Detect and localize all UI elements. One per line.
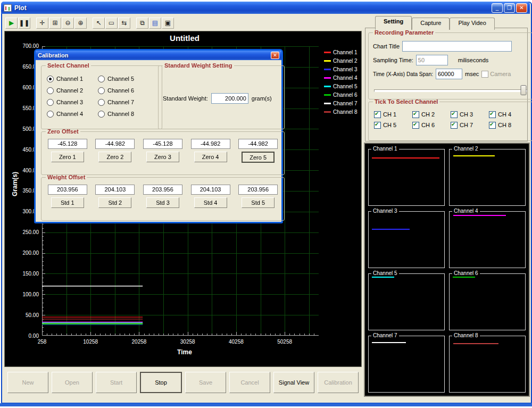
channel-checkbox[interactable]: CH 5 xyxy=(374,122,412,129)
pan-button[interactable]: ✛ xyxy=(36,18,48,29)
play-button[interactable]: ▶ xyxy=(5,18,18,29)
dialog-close-button[interactable]: ✕ xyxy=(271,52,279,59)
channel-radio[interactable]: Channel 1 xyxy=(47,76,98,82)
channel-radio[interactable]: Channel 7 xyxy=(98,99,149,106)
channel-preview[interactable]: Channel 6 xyxy=(449,273,526,330)
weight-offset-legend: Weight Offset xyxy=(46,174,87,180)
tab-play-video[interactable]: Play Video xyxy=(450,18,494,30)
minimize-button[interactable]: _ xyxy=(492,3,503,13)
channel-preview[interactable]: Channel 8 xyxy=(449,336,526,393)
zoom-in-button[interactable]: ⊕ xyxy=(74,18,87,29)
zero-offset-column: -44.982 Zero 4 xyxy=(190,139,231,163)
save-file-button[interactable]: Save xyxy=(185,372,226,393)
channel-preview[interactable]: Channel 4 xyxy=(449,211,526,268)
std-button[interactable]: Std 3 xyxy=(146,197,179,208)
new-button[interactable]: New xyxy=(7,372,48,393)
zero-button[interactable]: Zero 4 xyxy=(194,152,227,162)
standard-weight-unit: gram(s) xyxy=(252,95,272,102)
window-titlebar[interactable]: Plot _❐✕ xyxy=(1,2,530,14)
channel-radio[interactable]: Channel 4 xyxy=(47,111,98,118)
close-button[interactable]: ✕ xyxy=(516,3,527,13)
checkbox-icon xyxy=(374,122,381,129)
channel-checkbox-label: CH 3 xyxy=(460,111,473,118)
time-span-slider[interactable] xyxy=(373,85,528,95)
fit-width-button[interactable]: ⇆ xyxy=(118,18,130,29)
zero-offset-value[interactable]: -44.982 xyxy=(95,139,135,149)
cancel-button[interactable]: Cancel xyxy=(229,372,270,393)
channel-radio-label: Channel 8 xyxy=(107,111,134,117)
weight-offset-value[interactable]: 203.956 xyxy=(48,185,87,195)
select-rect-button[interactable]: ▭ xyxy=(105,18,118,29)
chart-title-input[interactable] xyxy=(402,41,512,52)
weight-offset-value[interactable]: 204.103 xyxy=(191,185,230,195)
zero-button[interactable]: Zero 5 xyxy=(242,152,275,163)
channel-checkbox[interactable]: CH 8 xyxy=(489,122,527,129)
channel-radio[interactable]: Channel 8 xyxy=(98,111,149,118)
standard-weight-input[interactable] xyxy=(211,93,248,104)
std-button[interactable]: Std 2 xyxy=(98,197,131,208)
zero-offset-value[interactable]: -45.128 xyxy=(48,139,87,149)
zero-button[interactable]: Zero 3 xyxy=(146,152,179,162)
channel-preview[interactable]: Channel 7 xyxy=(368,336,445,393)
channel-checkbox[interactable]: CH 6 xyxy=(412,122,451,129)
tool-icon: ▶ xyxy=(9,19,14,27)
save-button[interactable]: ▤ xyxy=(149,18,161,29)
print-button[interactable]: ▣ xyxy=(162,18,174,29)
camera-checkbox-icon xyxy=(481,71,488,78)
channel-preview[interactable]: Channel 2 xyxy=(449,149,526,206)
legend-label: Channel 8 xyxy=(333,109,358,115)
channel-trace xyxy=(453,343,498,344)
zoom-out-button[interactable]: ⊖ xyxy=(62,18,74,29)
legend-color-swatch xyxy=(324,111,331,113)
zero-offset-value[interactable]: -45.128 xyxy=(143,139,182,149)
channel-checkbox[interactable]: CH 4 xyxy=(489,111,527,118)
stop-button[interactable]: Stop xyxy=(140,372,182,393)
weight-offset-value[interactable]: 203.956 xyxy=(238,185,278,195)
channel-radio-label: Channel 6 xyxy=(107,87,134,94)
zoom-window-button[interactable]: ⊞ xyxy=(49,18,61,29)
start-button[interactable]: Start xyxy=(96,372,137,393)
tab-setting[interactable]: Setting xyxy=(375,16,412,30)
channel-preview[interactable]: Channel 1 xyxy=(368,149,445,206)
open-button[interactable]: Open xyxy=(52,372,93,393)
copy-button[interactable]: ⧉ xyxy=(136,18,148,29)
channel-checkbox[interactable]: CH 2 xyxy=(412,111,451,118)
pause-button[interactable]: ❚❚ xyxy=(18,18,30,29)
channel-preview[interactable]: Channel 5 xyxy=(368,273,445,330)
weight-offset-value[interactable]: 203.956 xyxy=(143,185,182,195)
channel-radio[interactable]: Channel 3 xyxy=(47,99,98,106)
checkbox-icon xyxy=(412,111,419,118)
channel-checkbox[interactable]: CH 1 xyxy=(374,111,412,118)
data-span-input[interactable] xyxy=(436,69,462,79)
weight-offset-value[interactable]: 204.103 xyxy=(95,185,135,195)
weight-offset-column: 203.956 Std 5 xyxy=(237,185,279,208)
calibration-dialog-titlebar[interactable]: Calibration ✕ xyxy=(36,51,281,60)
radio-icon xyxy=(98,111,105,118)
recording-parameter-legend: Recording Parameter xyxy=(373,29,435,36)
channel-preview[interactable]: Channel 3 xyxy=(368,211,445,268)
zero-offset-value[interactable]: -44.982 xyxy=(191,139,230,149)
channel-radio[interactable]: Channel 6 xyxy=(98,87,149,94)
legend-label: Channel 3 xyxy=(333,66,358,72)
weight-offset-column: 203.956 Std 1 xyxy=(47,185,88,208)
tab-capture[interactable]: Capture xyxy=(412,18,450,30)
zero-button[interactable]: Zero 2 xyxy=(98,152,131,162)
recording-parameter-group: Recording Parameter Chart Title Sampling… xyxy=(368,29,532,99)
channel-radio[interactable]: Channel 2 xyxy=(47,87,98,94)
zero-button[interactable]: Zero 1 xyxy=(51,152,84,162)
signal-view-button[interactable]: Signal View xyxy=(273,372,314,393)
y-tick-label: 250.00 xyxy=(14,229,39,235)
cursor-button[interactable]: ↖ xyxy=(93,18,105,29)
std-button[interactable]: Std 4 xyxy=(194,197,227,208)
chart-title-label: Chart Title xyxy=(373,43,400,49)
std-button[interactable]: Std 1 xyxy=(51,197,84,208)
channel-radio[interactable]: Channel 5 xyxy=(98,76,149,82)
zero-offset-value[interactable]: -44.982 xyxy=(238,139,278,149)
channel-checkbox[interactable]: CH 3 xyxy=(451,111,489,118)
restore-button[interactable]: ❐ xyxy=(504,3,515,13)
channel-checkbox[interactable]: CH 7 xyxy=(451,122,489,129)
slider-thumb[interactable] xyxy=(521,85,527,95)
calibration-button[interactable]: Calibration xyxy=(318,372,359,393)
std-button[interactable]: Std 5 xyxy=(242,197,275,208)
standard-weight-legend: Standard Weight Setting xyxy=(163,62,234,69)
